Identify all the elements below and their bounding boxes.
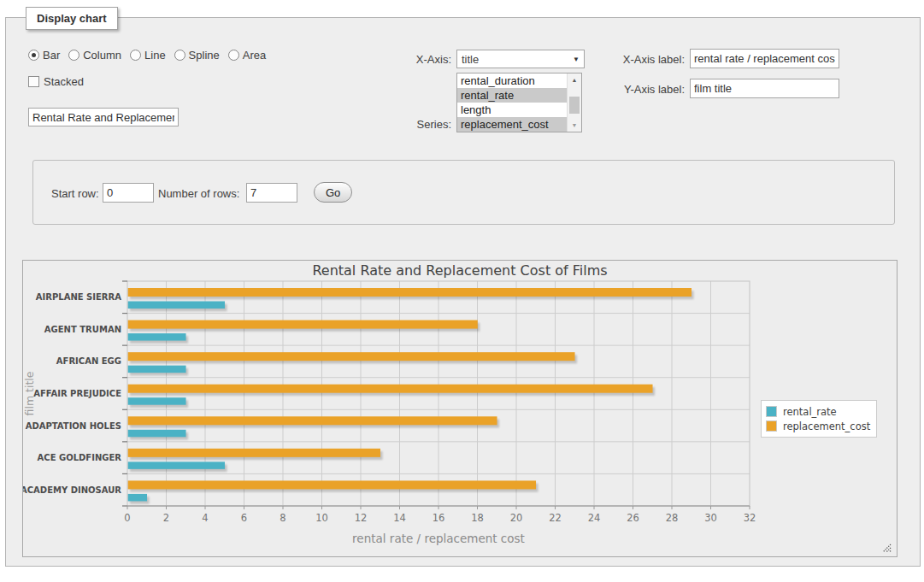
radio-label: Spline <box>189 49 220 62</box>
number-of-rows-label: Number of rows: <box>158 187 239 200</box>
y-axis-label-input[interactable] <box>690 79 839 98</box>
chart-type-bar[interactable]: Bar <box>28 49 60 62</box>
x-axis-title: rental rate / replacement cost <box>352 532 525 545</box>
ytick-label: ACE GOLDFINGER <box>38 453 122 462</box>
xtick-label: 16 <box>433 512 445 524</box>
chart-type-area[interactable]: Area <box>228 49 266 62</box>
legend-swatch <box>766 420 777 432</box>
xtick-label: 6 <box>241 512 247 524</box>
series-option-length[interactable]: length <box>457 103 567 117</box>
rows-panel: Start row: Number of rows: Go <box>32 160 895 225</box>
bar-rental_rate-4 <box>128 430 186 438</box>
bar-rental_rate-6 <box>128 494 148 502</box>
radio-label: Column <box>83 49 121 62</box>
number-of-rows-input[interactable] <box>246 183 297 203</box>
bar-rental_rate-3 <box>128 397 186 405</box>
ytick-label: AIRPLANE SIERRA <box>36 292 121 302</box>
xtick-label: 0 <box>124 512 130 524</box>
bar-replacement_cost-6 <box>128 480 537 489</box>
ytick-label: ADAPTATION HOLES <box>26 421 121 431</box>
radio-label: Area <box>243 49 266 62</box>
start-row-label: Start row: <box>51 187 99 200</box>
bar-replacement_cost-4 <box>128 416 497 425</box>
chart-type-column[interactable]: Column <box>68 49 121 62</box>
xtick-label: 12 <box>355 512 368 524</box>
radio-icon[interactable] <box>228 50 239 61</box>
chart-type-radio-group: BarColumnLineSplineArea <box>28 49 274 62</box>
go-button[interactable]: Go <box>314 182 352 203</box>
legend-item-rental_rate: rental_rate <box>766 404 870 419</box>
xtick-label: 4 <box>202 512 208 524</box>
scroll-down-icon[interactable]: ▼ <box>568 119 581 132</box>
radio-icon[interactable] <box>174 50 185 61</box>
xtick-label: 32 <box>744 512 756 524</box>
bar-replacement_cost-2 <box>128 352 575 361</box>
x-axis-label-input[interactable] <box>690 49 839 68</box>
radio-icon[interactable] <box>130 50 141 61</box>
xtick-label: 2 <box>163 512 169 524</box>
legend-label: rental_rate <box>783 406 837 418</box>
x-axis-label-label: X-Axis label: <box>534 53 685 66</box>
display-chart-fieldset: Display chart BarColumnLineSplineArea St… <box>5 17 921 567</box>
chart-title-input[interactable] <box>28 108 179 126</box>
bar-rental_rate-1 <box>128 333 186 341</box>
bar-replacement_cost-1 <box>128 320 478 329</box>
scrollbar-thumb[interactable] <box>569 97 580 114</box>
xtick-label: 24 <box>588 512 601 524</box>
chart-area: Rental Rate and Replacement Cost of Film… <box>22 260 898 557</box>
bar-replacement_cost-0 <box>128 288 692 297</box>
xtick-label: 14 <box>393 512 406 524</box>
chart-legend: rental_ratereplacement_cost <box>761 400 877 438</box>
xtick-label: 28 <box>666 512 679 524</box>
bar-replacement_cost-5 <box>128 449 381 457</box>
ytick-label: ACADEMY DINOSAUR <box>23 485 121 495</box>
radio-icon[interactable] <box>28 50 39 61</box>
ytick-label: AFRICAN EGG <box>56 356 121 366</box>
x-axis-label: X-Axis: <box>365 53 451 66</box>
chart-type-spline[interactable]: Spline <box>174 49 220 62</box>
bar-rental_rate-0 <box>128 302 226 309</box>
series-option-replacement_cost[interactable]: replacement_cost <box>457 117 567 132</box>
x-axis-select-value: title <box>462 53 479 66</box>
resize-handle-icon[interactable] <box>881 543 892 553</box>
radio-label: Bar <box>43 49 60 62</box>
xtick-label: 8 <box>280 512 285 524</box>
radio-icon[interactable] <box>68 50 79 61</box>
chart-title: Rental Rate and Replacement Cost of Film… <box>312 262 607 279</box>
y-axis-title: film title <box>23 371 36 415</box>
radio-label: Line <box>144 49 166 62</box>
series-label: Series: <box>365 118 451 131</box>
bar-rental_rate-2 <box>128 366 186 373</box>
legend-swatch <box>766 406 777 417</box>
fieldset-legend: Display chart <box>26 7 118 30</box>
xtick-label: 10 <box>315 512 328 524</box>
page: Display chart BarColumnLineSplineArea St… <box>0 0 924 582</box>
legend-item-replacement_cost: replacement_cost <box>766 419 870 433</box>
xtick-label: 30 <box>704 512 717 524</box>
stacked-checkbox[interactable] <box>28 76 39 87</box>
series-listbox[interactable]: rental_durationrental_ratelengthreplacem… <box>456 73 582 132</box>
bar-rental_rate-5 <box>128 461 226 469</box>
stacked-row[interactable]: Stacked <box>28 75 84 88</box>
ytick-label: AGENT TRUMAN <box>44 325 121 334</box>
chart-type-line[interactable]: Line <box>130 49 166 62</box>
xtick-label: 26 <box>627 512 639 524</box>
legend-label: replacement_cost <box>783 420 870 432</box>
start-row-input[interactable] <box>103 183 154 203</box>
xtick-label: 18 <box>471 512 484 524</box>
stacked-label: Stacked <box>44 75 84 88</box>
xtick-label: 20 <box>510 512 523 524</box>
y-axis-label-label: Y-Axis label: <box>534 83 685 96</box>
xtick-label: 22 <box>549 512 562 524</box>
bar-replacement_cost-3 <box>128 385 653 393</box>
ytick-label: AFFAIR PREJUDICE <box>33 389 121 398</box>
